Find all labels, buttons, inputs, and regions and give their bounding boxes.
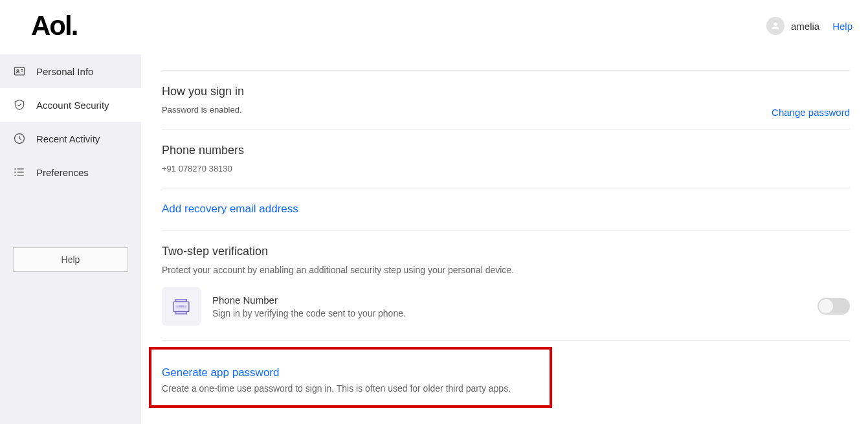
section-app-password: Generate app password Create a one-time … [162,340,850,422]
highlighted-box: Generate app password Create a one-time … [149,347,552,408]
sidebar-item-recent-activity[interactable]: Recent Activity [0,122,141,155]
svg-point-10 [15,175,16,176]
toggle-knob [819,299,833,313]
main-content: How you sign in Password is enabled. Cha… [141,54,868,424]
signin-title: How you sign in [162,85,850,98]
user-icon [770,21,781,31]
change-password-link[interactable]: Change password [772,107,850,118]
tsv-toggle[interactable] [818,298,850,315]
section-two-step-verification: Two-step verification Protect your accou… [162,230,850,340]
sidebar-item-label: Preferences [36,167,89,178]
sidebar-item-label: Account Security [36,100,109,111]
help-link[interactable]: Help [832,21,852,32]
sidebar-item-label: Recent Activity [36,133,100,144]
svg-point-1 [17,70,19,72]
phone-value: +91 078270 38130 [162,164,850,173]
generate-app-password-sub: Create a one-time use password to sign i… [162,383,539,394]
tsv-method-label: Phone Number [212,295,806,306]
section-signin: How you sign in Password is enabled. Cha… [162,71,850,129]
shield-icon [13,98,26,111]
header-right: amelia Help [766,17,852,35]
signin-status: Password is enabled. [162,105,850,115]
clock-icon [13,132,26,145]
list-icon [13,166,26,179]
sidebar-item-account-security[interactable]: Account Security [0,88,141,122]
username: amelia [791,21,819,32]
device-code-icon: **** [162,287,201,326]
aol-logo: Aol. [31,10,77,41]
tsv-text: Phone Number Sign in by verifying the co… [212,295,806,318]
add-recovery-email-link[interactable]: Add recovery email address [162,203,298,215]
tsv-title: Two-step verification [162,245,850,258]
tsv-phone-row: **** Phone Number Sign in by verifying t… [162,287,850,326]
phone-title: Phone numbers [162,144,850,157]
sidebar-item-preferences[interactable]: Preferences [0,155,141,189]
tsv-description: Protect your account by enabling an addi… [162,265,850,275]
header: Aol. amelia Help [0,0,868,54]
section-recovery: Add recovery email address [162,188,850,230]
sidebar-item-personal-info[interactable]: Personal Info [0,54,141,88]
svg-text:****: **** [179,305,184,309]
tsv-method-sub: Sign in by verifying the code sent to yo… [212,308,806,318]
id-card-icon [13,65,26,78]
svg-point-9 [15,172,16,173]
svg-rect-0 [15,67,25,75]
sidebar: Personal Info Account Security Recent Ac… [0,54,141,424]
sidebar-item-label: Personal Info [36,66,93,77]
avatar [766,17,785,35]
user-block[interactable]: amelia [766,17,819,35]
svg-point-8 [15,169,16,170]
section-phone[interactable]: Phone numbers +91 078270 38130 [162,129,850,188]
sidebar-help-button[interactable]: Help [13,247,128,272]
generate-app-password-link[interactable]: Generate app password [162,366,539,379]
